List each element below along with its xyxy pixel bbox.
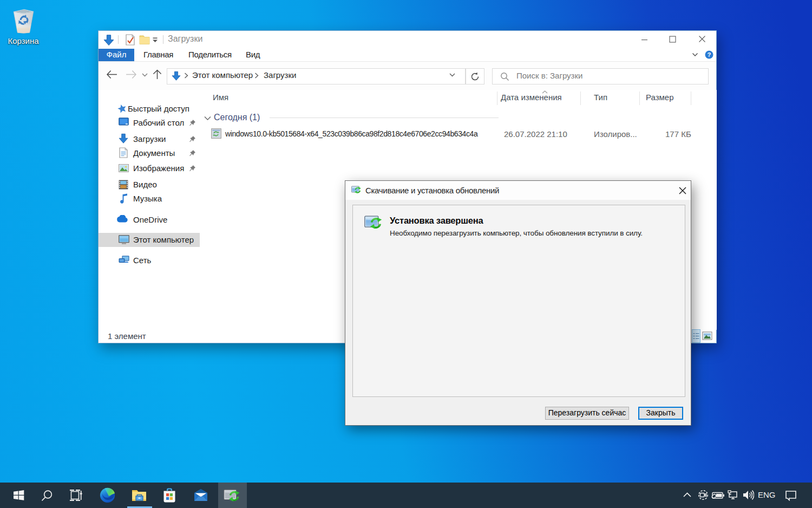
svg-text:?: ? — [708, 51, 711, 58]
